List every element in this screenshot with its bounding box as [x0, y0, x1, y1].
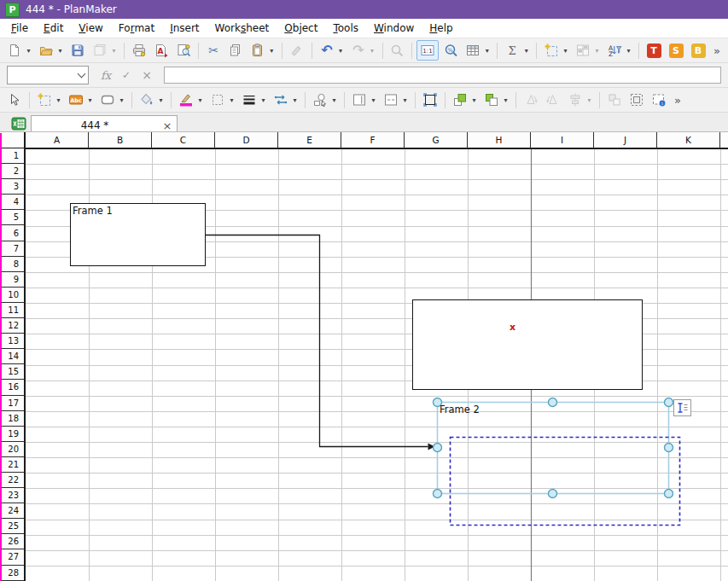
- row-header-5[interactable]: 5: [0, 210, 24, 225]
- row-header-8[interactable]: 8: [0, 257, 24, 272]
- sort-filter-dropdown[interactable]: ▾: [624, 47, 633, 55]
- menu-object[interactable]: Object: [277, 20, 325, 36]
- frame-horizontal-button[interactable]: ▾: [381, 90, 411, 110]
- line-width-button[interactable]: ▾: [239, 90, 269, 110]
- row-header-2[interactable]: 2: [0, 164, 24, 179]
- print-button[interactable]: [129, 40, 149, 61]
- autoshapes-dropdown[interactable]: ▾: [329, 96, 339, 104]
- row-header-17[interactable]: 17: [0, 396, 24, 411]
- select-all-corner[interactable]: [0, 132, 26, 149]
- column-header-c[interactable]: C: [152, 132, 215, 149]
- row-header-13[interactable]: 13: [0, 334, 24, 349]
- autosum-dropdown[interactable]: ▾: [521, 47, 531, 55]
- row-header-24[interactable]: 24: [0, 503, 24, 519]
- row-header-28[interactable]: 28: [0, 566, 24, 581]
- tab-close-icon[interactable]: ×: [158, 119, 177, 132]
- row-header-19[interactable]: 19: [0, 427, 24, 442]
- row-header-3[interactable]: 3: [0, 179, 24, 195]
- open-file-button[interactable]: ▾: [36, 40, 66, 61]
- row-header-15[interactable]: 15: [0, 364, 24, 380]
- row-header-1[interactable]: 1: [0, 148, 24, 164]
- row-header-25[interactable]: 25: [0, 519, 24, 534]
- column-header-b[interactable]: B: [89, 132, 152, 149]
- undo-dropdown[interactable]: ▾: [336, 47, 346, 55]
- row-header-9[interactable]: 9: [0, 272, 24, 288]
- menu-tools[interactable]: Tools: [325, 20, 366, 36]
- cut-button[interactable]: ✂: [203, 40, 224, 61]
- print-preview-button[interactable]: [173, 40, 194, 61]
- row-header-16[interactable]: 16: [0, 380, 24, 395]
- bring-to-front-button[interactable]: ▾: [450, 90, 480, 110]
- menu-file[interactable]: File: [3, 20, 36, 36]
- send-to-back-button[interactable]: ▾: [481, 90, 511, 110]
- column-header-a[interactable]: A: [26, 132, 89, 149]
- fill-color-button[interactable]: ▾: [137, 90, 166, 110]
- open-file-dropdown[interactable]: ▾: [55, 47, 65, 55]
- name-box[interactable]: [7, 66, 89, 84]
- insert-table-dropdown[interactable]: ▾: [482, 47, 492, 55]
- paste-dropdown[interactable]: ▾: [267, 47, 277, 55]
- row-header-14[interactable]: 14: [0, 349, 24, 364]
- insert-shape-dropdown[interactable]: ▾: [117, 96, 126, 104]
- object-properties-button[interactable]: i: [649, 90, 669, 110]
- selection-frame-button[interactable]: [420, 90, 440, 110]
- row-header-22[interactable]: 22: [0, 473, 24, 488]
- select-objects-button[interactable]: [4, 90, 25, 110]
- row-header-11[interactable]: 11: [0, 303, 24, 318]
- row-header-6[interactable]: 6: [0, 225, 24, 241]
- frame-1-object[interactable]: Frame 1: [70, 203, 206, 266]
- new-document-button[interactable]: ▾: [4, 40, 34, 61]
- insert-table-button[interactable]: ▾: [463, 40, 492, 61]
- menu-format[interactable]: Format: [111, 20, 162, 36]
- undo-button[interactable]: ↶▾: [317, 40, 347, 61]
- zoom-button[interactable]: %: [440, 40, 461, 61]
- export-pdf-button[interactable]: A: [151, 40, 172, 61]
- fill-color-dropdown[interactable]: ▾: [156, 96, 166, 104]
- autosum-button[interactable]: Σ▾: [502, 40, 532, 61]
- new-document-dropdown[interactable]: ▾: [24, 47, 33, 55]
- bring-to-front-dropdown[interactable]: ▾: [469, 96, 479, 104]
- line-ends-button[interactable]: ▾: [271, 90, 300, 110]
- column-header-partial[interactable]: [720, 132, 728, 149]
- insert-frame-button[interactable]: ▾: [541, 40, 571, 61]
- insert-frame-button[interactable]: ▾: [34, 90, 64, 110]
- border-style-dropdown[interactable]: ▾: [227, 96, 236, 104]
- insert-frame-dropdown[interactable]: ▾: [54, 96, 63, 104]
- frame-vertical-button[interactable]: ▾: [349, 90, 379, 110]
- menu-edit[interactable]: Edit: [36, 20, 71, 36]
- column-header-i[interactable]: I: [531, 132, 594, 149]
- launch-textmaker-button[interactable]: T: [644, 40, 664, 61]
- ungroup-objects-button[interactable]: [626, 90, 647, 110]
- autoshapes-button[interactable]: ▾: [310, 90, 340, 110]
- row-header-10[interactable]: 10: [0, 288, 24, 303]
- launch-softmaker-s-button[interactable]: S: [666, 40, 686, 61]
- row-header-4[interactable]: 4: [0, 195, 24, 210]
- column-header-f[interactable]: F: [341, 132, 405, 149]
- menu-help[interactable]: Help: [422, 20, 460, 36]
- row-header-20[interactable]: 20: [0, 442, 24, 457]
- row-header-23[interactable]: 23: [0, 488, 24, 503]
- column-header-k[interactable]: K: [657, 132, 720, 149]
- frame-vertical-dropdown[interactable]: ▾: [369, 96, 378, 104]
- launch-basicmaker-button[interactable]: B: [688, 40, 708, 61]
- insert-frame-dropdown[interactable]: ▾: [561, 47, 570, 55]
- column-header-j[interactable]: J: [594, 132, 657, 149]
- chevron-down-icon[interactable]: [78, 70, 86, 78]
- send-to-back-dropdown[interactable]: ▾: [501, 96, 510, 104]
- sort-filter-button[interactable]: AZ▾: [604, 40, 634, 61]
- line-ends-dropdown[interactable]: ▾: [290, 96, 300, 104]
- empty-frame-object[interactable]: [412, 299, 643, 390]
- row-header-27[interactable]: 27: [0, 549, 24, 565]
- line-width-dropdown[interactable]: ▾: [259, 96, 268, 104]
- row-header-26[interactable]: 26: [0, 534, 24, 549]
- column-header-e[interactable]: E: [278, 132, 341, 149]
- text-frame-button[interactable]: Abc▾: [66, 90, 96, 110]
- menu-window[interactable]: Window: [366, 20, 422, 36]
- row-header-21[interactable]: 21: [0, 457, 24, 473]
- row-header-12[interactable]: 12: [0, 318, 24, 334]
- column-header-d[interactable]: D: [215, 132, 278, 149]
- menu-insert[interactable]: Insert: [162, 20, 207, 36]
- border-style-button[interactable]: ▾: [207, 90, 237, 110]
- save-button[interactable]: [67, 40, 88, 61]
- row-header-18[interactable]: 18: [0, 411, 24, 427]
